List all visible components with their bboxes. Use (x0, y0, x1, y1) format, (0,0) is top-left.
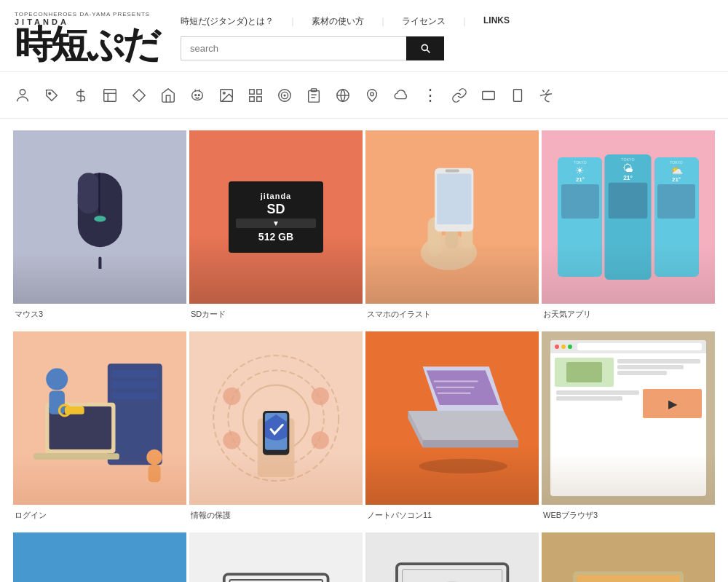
icon-tag[interactable] (44, 87, 60, 103)
svg-point-56 (223, 431, 240, 449)
icon-grid[interactable] (248, 87, 264, 103)
svg-point-1 (49, 92, 51, 94)
nav-sep3: ｜ (460, 15, 469, 28)
logo-subtitle: TOPECONHEROES DA-YAMA PRESENTS (15, 11, 159, 17)
icon-cloud[interactable] (393, 87, 409, 103)
svg-rect-13 (257, 96, 261, 101)
grid-container: マウス3 jitanda SD ▼ 512 GB SDカード (0, 119, 728, 582)
grid-item-monitor[interactable]: モニター (365, 532, 539, 582)
svg-rect-24 (514, 89, 522, 101)
svg-point-7 (198, 94, 199, 95)
svg-point-54 (223, 388, 240, 405)
nav-usage[interactable]: 素材の使い方 (312, 15, 364, 28)
svg-rect-38 (111, 370, 158, 378)
search-row (181, 36, 713, 60)
header: TOPECONHEROES DA-YAMA PRESENTS JITANDA 時… (0, 0, 728, 72)
svg-rect-35 (437, 173, 471, 224)
mail-illustration (35, 554, 165, 582)
icon-clipboard[interactable] (306, 87, 322, 103)
svg-rect-40 (111, 392, 158, 400)
grid-item-mouse[interactable]: マウス3 (13, 130, 186, 329)
svg-point-14 (279, 89, 291, 101)
icon-target[interactable] (277, 87, 293, 103)
grid-item-weather[interactable]: TOKYO ☀ 21° TOKYO 🌤 21° TOKYO ⛅ 2 (542, 130, 715, 329)
search-icon (419, 42, 431, 54)
icon-dots-v[interactable]: ⋮ (422, 86, 438, 105)
icon-basketball[interactable] (335, 87, 351, 103)
grid-label-security: 情報の保護 (189, 506, 363, 530)
logo-area: TOPECONHEROES DA-YAMA PRESENTS JITANDA 時… (15, 11, 159, 64)
grid-item-sdcard[interactable]: jitanda SD ▼ 512 GB SDカード (189, 130, 363, 329)
items-grid: マウス3 jitanda SD ▼ 512 GB SDカード (13, 130, 715, 582)
grid-label-browser: WEBブラウザ3 (542, 506, 715, 530)
svg-point-0 (20, 89, 25, 94)
grid-label-mouse: マウス3 (13, 305, 186, 329)
icon-image[interactable] (218, 87, 234, 103)
logo-main: 時短ぷだ (15, 26, 159, 64)
header-right: 時短だ(ジタンダ)とは？ ｜ 素材の使い方 ｜ ライセンス ｜ LINKS (159, 15, 713, 60)
sdcard-illustration: jitanda SD ▼ 512 GB (229, 181, 324, 253)
grid-item-browser[interactable]: ▶ WEBブラウザ3 (542, 331, 715, 530)
icon-cat[interactable] (189, 87, 205, 103)
svg-rect-11 (257, 89, 261, 93)
grid-item-security[interactable]: 情報の保護 (189, 331, 363, 530)
svg-point-6 (195, 94, 197, 95)
nav-links: 時短だ(ジタンダ)とは？ ｜ 素材の使い方 ｜ ライセンス ｜ LINKS (181, 15, 713, 28)
svg-point-16 (284, 95, 285, 96)
grid-label-sdcard: SDカード (189, 305, 363, 329)
icon-link[interactable] (451, 87, 467, 103)
icon-dollar[interactable] (73, 87, 89, 103)
svg-point-15 (281, 92, 288, 98)
svg-rect-46 (65, 406, 84, 414)
svg-rect-23 (483, 91, 495, 99)
icon-rect2[interactable] (510, 87, 526, 103)
icon-so[interactable]: そ (539, 85, 553, 105)
grid-item-smartphone[interactable]: スマホのイラスト (365, 130, 539, 329)
svg-rect-79 (224, 574, 328, 582)
icon-bar: ⋮ そ (0, 72, 728, 119)
svg-rect-12 (250, 96, 254, 101)
nav-sep2: ｜ (379, 15, 387, 28)
svg-point-55 (312, 431, 329, 449)
svg-marker-66 (408, 411, 518, 440)
icon-home[interactable] (160, 87, 176, 103)
icon-person[interactable] (15, 87, 31, 103)
nav-about[interactable]: 時短だ(ジタンダ)とは？ (181, 15, 274, 28)
svg-rect-39 (111, 381, 158, 389)
monitor-illustration (383, 550, 521, 582)
svg-rect-3 (104, 89, 116, 101)
laptop3-illustration (555, 546, 702, 582)
nav-sep1: ｜ (288, 15, 297, 28)
grid-item-login[interactable]: ログイン (13, 331, 186, 530)
svg-rect-92 (402, 569, 502, 582)
grid-item-laptop3[interactable]: 電脳主婦 http://www.kocpe.com.tw ノートパソコンのイラス… (542, 532, 715, 582)
grid-label-smartphone: スマホのイラスト (365, 305, 539, 329)
grid-item-programming[interactable]: プログラミング7 (189, 532, 363, 582)
grid-label-laptop2: ノートパソコン11 (365, 506, 539, 530)
icon-rect1[interactable] (480, 87, 496, 103)
icon-diamond[interactable] (131, 87, 147, 103)
programming-illustration (207, 550, 345, 582)
grid-item-laptop2[interactable]: ノートパソコン11 (365, 331, 539, 530)
svg-point-9 (223, 92, 225, 94)
svg-rect-18 (309, 90, 320, 102)
icon-layout[interactable] (102, 87, 118, 103)
grid-label-weather: お天気アプリ (542, 305, 715, 329)
icon-pin[interactable] (364, 87, 380, 103)
search-input[interactable] (181, 36, 406, 60)
svg-point-22 (371, 92, 374, 95)
search-button[interactable] (406, 36, 444, 60)
nav-links[interactable]: LINKS (483, 15, 510, 28)
svg-rect-36 (445, 169, 459, 172)
svg-rect-26 (77, 173, 99, 213)
svg-rect-10 (250, 89, 254, 93)
svg-rect-100 (577, 575, 680, 582)
grid-item-mail[interactable]: メール6 (13, 532, 186, 582)
nav-license[interactable]: ライセンス (402, 15, 446, 28)
grid-label-login: ログイン (13, 506, 186, 530)
svg-point-53 (312, 388, 329, 405)
svg-rect-45 (49, 391, 64, 414)
svg-point-28 (94, 216, 106, 221)
svg-point-44 (46, 368, 68, 390)
